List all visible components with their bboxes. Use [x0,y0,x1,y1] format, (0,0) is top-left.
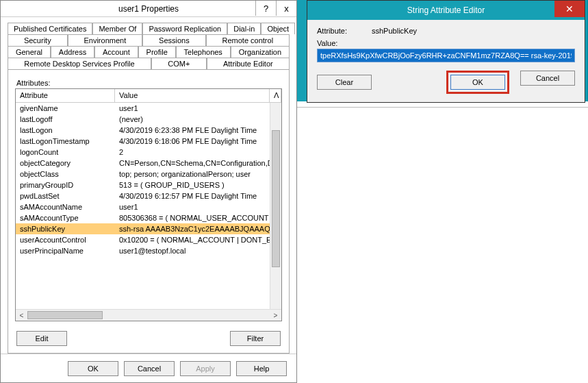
table-row[interactable]: userPrincipalNameuser1@testopf.local [16,245,270,256]
properties-footer: OK Cancel Apply Help [1,354,296,382]
vertical-scroll-thumb[interactable] [272,130,280,267]
table-row[interactable]: sAMAccountNameuser1 [16,201,270,212]
tab-attribute-editor[interactable]: Attribute Editor [207,58,290,70]
attribute-value-cell: 4/30/2019 6:12:57 PM FLE Daylight Time [115,191,270,201]
attribute-value-cell: 513 = ( GROUP_RID_USERS ) [115,180,270,190]
tab-environment[interactable]: Environment [68,34,143,46]
attribute-value-cell: 805306368 = ( NORMAL_USER_ACCOUNT [115,213,270,223]
tab-address[interactable]: Address [51,46,94,58]
edit-button[interactable]: Edit [16,331,67,346]
tab-security[interactable]: Security [8,34,68,46]
attribute-rows[interactable]: givenNameuser1lastLogoff(never)lastLogon… [16,103,270,309]
chevron-up-icon: ᐱ [274,91,279,99]
attribute-name-cell: lastLogoff [16,114,115,124]
right-divider [297,107,588,108]
clear-button[interactable]: Clear [317,75,372,90]
table-row[interactable]: lastLogon4/30/2019 6:23:38 PM FLE Daylig… [16,125,270,136]
table-row[interactable]: givenNameuser1 [16,103,270,114]
tab-dial-in[interactable]: Dial-in [227,23,261,34]
table-row[interactable]: sshPublicKeyssh-rsa AAAAB3NzaC1yc2EAAAAB… [16,223,270,234]
attributes-list: Attribute Value ᐱ givenNameuser1lastLogo… [15,88,282,321]
table-row[interactable]: objectCategoryCN=Person,CN=Schema,CN=Con… [16,158,270,169]
vertical-scrollbar[interactable] [270,103,281,309]
string-editor-ok-button[interactable]: OK [450,75,505,90]
properties-titlebar: user1 Properties ? x [1,1,296,17]
tab-member-of[interactable]: Member Of [92,23,142,34]
table-row[interactable]: userAccountControl0x10200 = ( NORMAL_ACC… [16,234,270,245]
tab-remote-control[interactable]: Remote control [206,34,290,46]
tab-account[interactable]: Account [94,46,138,58]
help-button[interactable]: ? [255,1,276,16]
table-row[interactable]: objectClasstop; person; organizationalPe… [16,169,270,180]
attribute-value-cell: user1@testopf.local [115,246,270,256]
string-editor-cancel-button[interactable]: Cancel [520,71,575,86]
attribute-name-cell: userAccountControl [16,235,115,245]
attribute-name-cell: sshPublicKey [16,224,115,234]
table-row[interactable]: lastLogonTimestamp4/30/2019 6:18:06 PM F… [16,136,270,147]
string-editor-titlebar: String Attribute Editor ✕ [307,1,585,20]
string-editor-buttons: Clear OK Cancel [317,71,575,94]
string-editor-close-button[interactable]: ✕ [554,1,585,17]
props-help-button[interactable]: Help [236,361,287,376]
tab-com-plus[interactable]: COM+ [151,58,207,70]
value-label: Value: [317,39,372,47]
tab-general[interactable]: General [8,46,51,58]
attribute-value-cell: user1 [115,103,270,113]
filter-button[interactable]: Filter [230,331,281,346]
list-buttons-row: Edit Filter [15,331,282,346]
attribute-value-cell: 4/30/2019 6:18:06 PM FLE Daylight Time [115,136,270,146]
props-apply-button[interactable]: Apply [180,361,231,376]
close-icon: x [284,3,289,14]
table-row[interactable]: logonCount2 [16,147,270,158]
table-row[interactable]: lastLogoff(never) [16,114,270,125]
table-row[interactable]: pwdLastSet4/30/2019 6:12:57 PM FLE Dayli… [16,190,270,201]
tab-sessions[interactable]: Sessions [142,34,205,46]
horizontal-scrollbar[interactable]: < > [16,309,281,321]
properties-title: user1 Properties [118,4,179,14]
attribute-name-cell: objectCategory [16,158,115,168]
attribute-value-cell: top; person; organizationalPerson; user [115,169,270,179]
close-button[interactable]: x [276,1,296,16]
value-input-wrap [317,49,575,62]
attribute-name-cell: sAMAccountName [16,202,115,212]
string-editor-body: Attribute: sshPublicKey Value: Clear OK … [307,20,585,102]
tab-organization[interactable]: Organization [231,46,290,58]
column-attribute[interactable]: Attribute [16,89,115,102]
tab-object[interactable]: Object [261,23,295,34]
table-row[interactable]: sAMAccountType805306368 = ( NORMAL_USER_… [16,212,270,223]
help-icon: ? [264,3,268,14]
attribute-editor-panel: Attributes: Attribute Value ᐱ givenNameu… [8,69,290,354]
hscroll-right-button[interactable]: > [270,310,281,321]
attribute-value-cell: 2 [115,147,270,157]
attribute-value-cell: (never) [115,114,270,124]
attribute-name-cell: primaryGroupID [16,180,115,190]
ok-highlight-frame: OK [446,71,509,94]
ok-cancel-group: OK Cancel [446,71,575,94]
column-value[interactable]: Value [115,89,270,102]
hscroll-track[interactable] [27,310,270,321]
tab-profile[interactable]: Profile [138,46,176,58]
hscroll-thumb[interactable] [27,311,103,319]
attribute-label: Attribute: [317,27,372,35]
props-ok-button[interactable]: OK [68,361,118,376]
attribute-value-cell: 0x10200 = ( NORMAL_ACCOUNT | DONT_E [115,235,270,245]
tab-rds-profile[interactable]: Remote Desktop Services Profile [8,58,151,70]
properties-tabstrip: Published Certificates Member Of Passwor… [8,23,290,70]
scroll-up-button[interactable]: ᐱ [270,89,281,102]
attribute-name-cell: lastLogonTimestamp [16,136,115,146]
hscroll-left-button[interactable]: < [16,310,27,321]
attribute-value-cell: ssh-rsa AAAAB3NzaC1yc2EAAAABJQAAAQ [115,224,270,234]
properties-body: Published Certificates Member Of Passwor… [1,17,296,354]
attribute-name-cell: pwdLastSet [16,191,115,201]
attribute-value-cell: CN=Person,CN=Schema,CN=Configuration,D [115,158,270,168]
attribute-name-value: sshPublicKey [372,27,575,35]
tab-password-replication[interactable]: Password Replication [142,23,227,34]
value-input[interactable] [317,49,575,62]
table-row[interactable]: primaryGroupID513 = ( GROUP_RID_USERS ) [16,180,270,190]
chevron-left-icon: < [20,312,24,319]
attribute-name-cell: logonCount [16,147,115,157]
string-attribute-editor-dialog: String Attribute Editor ✕ Attribute: ssh… [307,0,585,103]
tab-telephones[interactable]: Telephones [176,46,231,58]
tab-published-certificates[interactable]: Published Certificates [8,23,92,34]
props-cancel-button[interactable]: Cancel [124,361,175,376]
